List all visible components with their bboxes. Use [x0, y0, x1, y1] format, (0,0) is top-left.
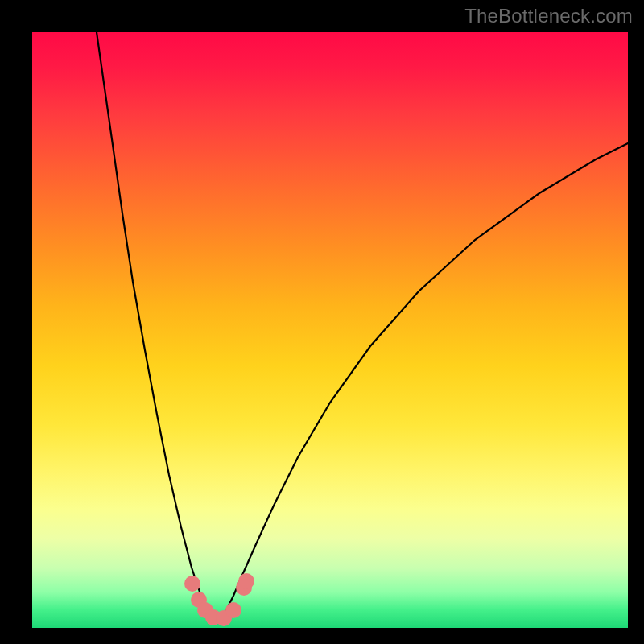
- watermark-text: TheBottleneck.com: [464, 5, 633, 27]
- bead-marker: [184, 576, 200, 592]
- chart-frame: TheBottleneck.com: [0, 0, 644, 644]
- bead-cluster: [184, 573, 254, 626]
- plot-area: [32, 32, 628, 628]
- curve-layer: [32, 32, 628, 628]
- bead-marker: [238, 573, 254, 589]
- bead-marker: [225, 602, 242, 618]
- curve-left-branch: [97, 32, 219, 621]
- curve-right-branch: [219, 143, 628, 621]
